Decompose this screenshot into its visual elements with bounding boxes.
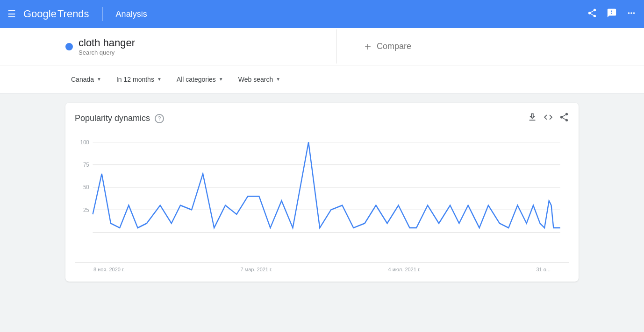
x-label-jul: 4 июл. 2021 г.	[388, 267, 421, 272]
search-type-filter[interactable]: Web search ▼	[233, 73, 286, 86]
app-header: ☰ Google Trends Analysis	[0, 0, 644, 28]
search-type-chevron-icon: ▼	[276, 77, 280, 82]
term-name: cloth hanger	[79, 37, 135, 49]
category-chevron-icon: ▼	[219, 77, 223, 82]
search-type-filter-label: Web search	[238, 76, 273, 83]
card-title-row: Popularity dynamics ?	[75, 113, 164, 123]
share-chart-icon[interactable]	[559, 112, 569, 125]
share-icon[interactable]	[587, 8, 597, 21]
compare-plus-icon: +	[365, 40, 371, 53]
help-icon[interactable]: ?	[155, 114, 164, 123]
category-filter[interactable]: All categories ▼	[171, 73, 229, 86]
card-title: Popularity dynamics	[75, 113, 150, 123]
menu-icon[interactable]: ☰	[7, 8, 16, 20]
header-actions	[587, 8, 637, 21]
region-filter-label: Canada	[71, 76, 94, 83]
x-label-nov: 8 ноя. 2020 г.	[93, 267, 125, 272]
svg-text:75: 75	[83, 161, 89, 168]
period-chevron-icon: ▼	[157, 77, 162, 82]
popularity-card: Popularity dynamics ?	[65, 103, 579, 282]
card-header: Popularity dynamics ?	[75, 112, 569, 125]
card-actions	[527, 112, 569, 125]
header-divider	[102, 7, 103, 21]
svg-text:25: 25	[83, 206, 89, 213]
x-label-mar: 7 мар. 2021 г.	[240, 267, 272, 272]
feedback-icon[interactable]	[607, 8, 617, 21]
term-info: cloth hanger Search query	[79, 37, 135, 56]
apps-icon[interactable]	[626, 8, 637, 21]
download-icon[interactable]	[527, 112, 537, 125]
region-filter[interactable]: Canada ▼	[65, 73, 107, 86]
chart-svg: 100 75 50 25	[75, 132, 569, 262]
region-chevron-icon: ▼	[97, 77, 101, 82]
chart-container: 100 75 50 25	[75, 132, 569, 263]
period-filter[interactable]: In 12 months ▼	[111, 73, 167, 86]
period-filter-label: In 12 months	[116, 76, 154, 83]
category-filter-label: All categories	[177, 76, 216, 83]
svg-text:100: 100	[80, 139, 89, 146]
header-analysis-label: Analysis	[116, 9, 147, 19]
logo-trends-text: Trends	[57, 8, 89, 20]
logo-google-text: Google	[23, 8, 57, 20]
embed-icon[interactable]	[543, 112, 553, 125]
compare-section[interactable]: + Compare	[336, 40, 644, 53]
x-axis-labels: 8 ноя. 2020 г. 7 мар. 2021 г. 4 июл. 202…	[75, 263, 569, 272]
header-logo: Google Trends	[23, 8, 89, 20]
filters-bar: Canada ▼ In 12 months ▼ All categories ▼…	[0, 65, 644, 93]
term-type: Search query	[79, 49, 135, 56]
x-label-oct: 31 о...	[536, 267, 551, 272]
main-content: Popularity dynamics ?	[0, 93, 644, 291]
term-color-dot	[65, 43, 73, 50]
compare-label: Compare	[377, 42, 411, 51]
svg-text:50: 50	[83, 184, 89, 191]
search-bar: cloth hanger Search query + Compare	[0, 28, 644, 65]
search-term-section: cloth hanger Search query	[65, 29, 336, 64]
